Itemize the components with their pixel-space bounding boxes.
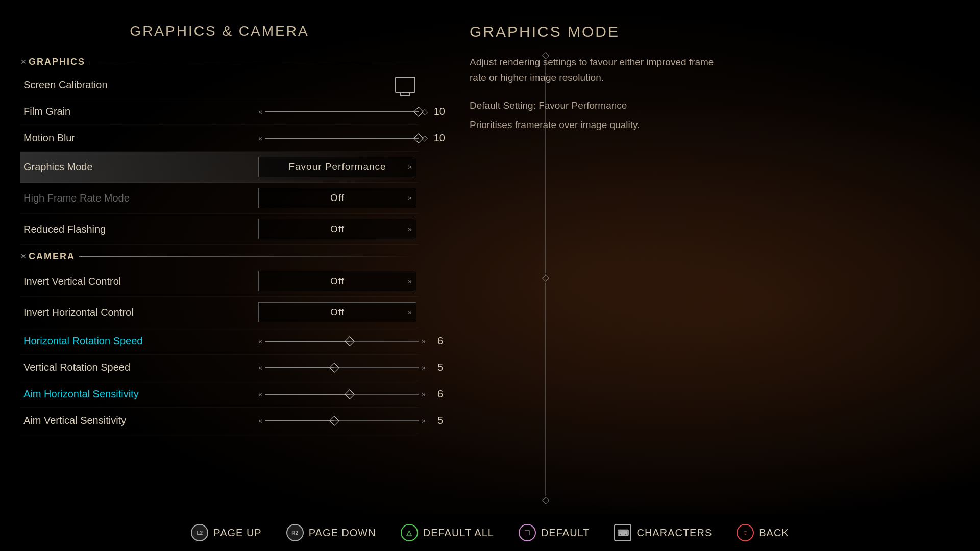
horiz-rotation-track (265, 341, 419, 342)
default-all-label: DEFAULT ALL (423, 527, 494, 539)
setting-row-aim-vert[interactable]: Aim Vertical Sensitivity « » 5 (20, 408, 419, 434)
graphics-mode-control: Favour Performance » (258, 157, 416, 177)
circle-badge: ○ (737, 524, 754, 541)
horiz-rotation-arrow-right: » (422, 337, 426, 346)
motion-blur-value: 10 (431, 132, 445, 144)
invert-vertical-toggle[interactable]: Off » (258, 271, 416, 291)
aim-horiz-track (265, 394, 419, 395)
setting-row-graphics-mode[interactable]: Graphics Mode Favour Performance » (20, 152, 419, 183)
aim-vert-label: Aim Vertical Sensitivity (23, 415, 258, 427)
vert-rotation-control: « » 5 (258, 362, 443, 373)
setting-row-film-grain[interactable]: Film Grain « ◇ 10 (20, 98, 419, 125)
graphics-mode-toggle[interactable]: Favour Performance » (258, 157, 416, 177)
camera-section-divider (79, 256, 419, 257)
vert-rotation-label: Vertical Rotation Speed (23, 362, 258, 373)
aim-vert-thumb (329, 416, 339, 426)
aim-vert-slider: « » 5 (258, 415, 443, 427)
aim-horiz-label: Aim Horizontal Sensitivity (23, 388, 258, 400)
setting-row-vert-rotation[interactable]: Vertical Rotation Speed « » 5 (20, 355, 419, 381)
info-description: Adjust rendering settings to favour eith… (470, 55, 725, 86)
reduced-flashing-arrow: » (408, 224, 412, 234)
action-back[interactable]: ○ BACK (737, 524, 789, 541)
aim-vert-control: « » 5 (258, 415, 443, 427)
triangle-badge: △ (401, 524, 418, 541)
film-grain-arrow-left: « (258, 107, 262, 116)
graphics-mode-label: Graphics Mode (23, 161, 258, 173)
vert-rotation-fill (265, 367, 334, 368)
page-down-label: PAGE DOWN (309, 527, 376, 539)
motion-blur-slider: « ◇ 10 (258, 132, 445, 144)
camera-section-header: ✕ CAMERA (20, 251, 419, 262)
vert-rotation-arrow-right: » (422, 363, 426, 372)
setting-row-high-frame-rate[interactable]: High Frame Rate Mode Off » (20, 183, 419, 214)
right-panel: GRAPHICS MODE Adjust rendering settings … (439, 0, 980, 551)
vert-rotation-arrow-left: « (258, 363, 262, 372)
invert-vertical-arrow: » (408, 277, 412, 286)
vert-rotation-slider: « » 5 (258, 362, 443, 373)
invert-horizontal-arrow: » (408, 308, 412, 317)
aim-vert-arrow-left: « (258, 416, 262, 425)
horiz-rotation-fill (265, 341, 350, 342)
horiz-rotation-value: 6 (429, 335, 443, 347)
settings-list: ✕ GRAPHICS Screen Calibration Film Grain… (20, 55, 419, 434)
graphics-mode-value: Favour Performance (288, 161, 386, 172)
graphics-section-label: GRAPHICS (29, 57, 85, 67)
reduced-flashing-label: Reduced Flashing (23, 223, 258, 235)
graphics-section-divider (89, 62, 419, 62)
square-badge: □ (519, 524, 536, 541)
setting-row-invert-vertical[interactable]: Invert Vertical Control Off » (20, 266, 419, 297)
graphics-mode-arrow: » (408, 162, 412, 171)
aim-horiz-slider: « » 6 (258, 388, 443, 400)
setting-row-screen-calibration[interactable]: Screen Calibration (20, 71, 419, 98)
keyboard-badge: ⌨ (614, 524, 631, 541)
vert-rotation-thumb (329, 363, 339, 373)
setting-row-motion-blur[interactable]: Motion Blur « ◇ 10 (20, 125, 419, 152)
invert-horizontal-control: Off » (258, 302, 416, 322)
action-default[interactable]: □ DEFAULT (519, 524, 590, 541)
motion-blur-arrow-left: « (258, 134, 262, 143)
setting-row-horiz-rotation[interactable]: Horizontal Rotation Speed « » 6 (20, 328, 419, 355)
high-frame-rate-value: Off (330, 192, 345, 204)
back-label: BACK (759, 527, 789, 539)
motion-blur-label: Motion Blur (23, 132, 258, 144)
info-default: Default Setting: Favour Performance (470, 100, 949, 111)
aim-horiz-control: « » 6 (258, 388, 443, 400)
r2-badge: R2 (286, 524, 304, 541)
motion-blur-track (265, 138, 419, 139)
main-content: GRAPHICS & CAMERA ✕ GRAPHICS Screen Cali… (0, 0, 980, 551)
horiz-rotation-control: « » 6 (258, 335, 443, 347)
screen-calibration-control (258, 77, 415, 93)
setting-row-reduced-flashing[interactable]: Reduced Flashing Off » (20, 214, 419, 245)
setting-row-invert-horizontal[interactable]: Invert Horizontal Control Off » (20, 297, 419, 328)
default-label: DEFAULT (541, 527, 590, 539)
horiz-rotation-arrow-left: « (258, 337, 262, 346)
high-frame-rate-arrow: » (408, 193, 412, 203)
aim-vert-fill (265, 420, 334, 421)
invert-vertical-control: Off » (258, 271, 416, 291)
setting-row-aim-horiz[interactable]: Aim Horizontal Sensitivity « » 6 (20, 381, 419, 408)
bottom-bar: L2 PAGE UP R2 PAGE DOWN △ DEFAULT ALL □ … (0, 514, 980, 551)
reduced-flashing-value: Off (330, 223, 345, 235)
invert-horizontal-toggle[interactable]: Off » (258, 302, 416, 322)
high-frame-rate-toggle[interactable]: Off » (258, 188, 416, 208)
aim-horiz-arrow-right: » (422, 390, 426, 399)
characters-label: CHARACTERS (636, 527, 712, 539)
film-grain-label: Film Grain (23, 106, 258, 117)
action-characters[interactable]: ⌨ CHARACTERS (614, 524, 712, 541)
high-frame-rate-control: Off » (258, 188, 416, 208)
horiz-rotation-thumb (345, 336, 355, 346)
vert-rotation-track (265, 367, 419, 368)
aim-horiz-value: 6 (429, 388, 443, 400)
reduced-flashing-toggle[interactable]: Off » (258, 219, 416, 239)
left-panel: GRAPHICS & CAMERA ✕ GRAPHICS Screen Cali… (0, 0, 439, 551)
action-page-up[interactable]: L2 PAGE UP (191, 524, 261, 541)
action-page-down[interactable]: R2 PAGE DOWN (286, 524, 376, 541)
film-grain-slider: « ◇ 10 (258, 106, 445, 117)
vert-rotation-value: 5 (429, 362, 443, 373)
film-grain-control: « ◇ 10 (258, 106, 445, 117)
action-default-all[interactable]: △ DEFAULT ALL (401, 524, 494, 541)
high-frame-rate-label: High Frame Rate Mode (23, 192, 258, 204)
camera-section-label: CAMERA (29, 251, 75, 262)
page-up-label: PAGE UP (213, 527, 261, 539)
invert-horizontal-value: Off (330, 307, 345, 318)
